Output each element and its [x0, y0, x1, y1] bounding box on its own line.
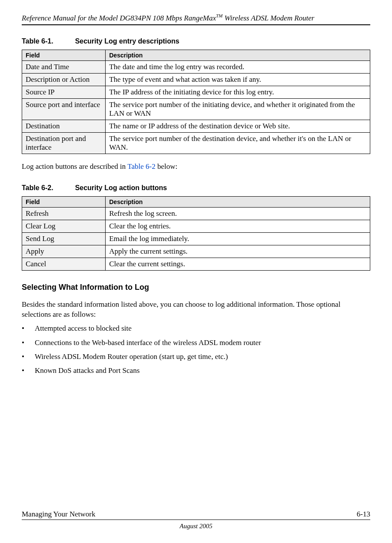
col-field: Field — [22, 196, 106, 207]
cell-field: Clear Log — [22, 220, 106, 232]
table-row: Clear LogClear the log entries. — [22, 220, 370, 232]
list-item: Connections to the Web-based interface o… — [22, 338, 370, 348]
cell-desc: The service port number of the initiatin… — [106, 98, 370, 120]
cell-field: Refresh — [22, 207, 106, 220]
cell-desc: Apply the current settings. — [106, 245, 370, 258]
table-6-1: Field Description Date and TimeThe date … — [22, 50, 370, 154]
table-row: Send LogEmail the log immediately. — [22, 232, 370, 245]
cell-desc: The service port number of the destinati… — [106, 132, 370, 154]
table-header-row: Field Description — [22, 50, 370, 60]
list-item: Wireless ADSL Modem Router operation (st… — [22, 352, 370, 362]
cell-field: Apply — [22, 245, 106, 258]
list-item: Known DoS attacks and Port Scans — [22, 366, 370, 375]
cell-field: Destination — [22, 120, 106, 132]
header-title-pre: Reference Manual for the Model DG834PN 1… — [22, 14, 216, 22]
table-6-2: Field Description RefreshRefresh the log… — [22, 196, 370, 271]
cell-desc: Email the log immediately. — [106, 232, 370, 245]
footer-section: Managing Your Network — [22, 510, 96, 519]
header-title-post: Wireless ADSL Modem Router — [223, 14, 314, 22]
col-description: Description — [106, 196, 370, 207]
cell-desc: Clear the current settings. — [106, 258, 370, 270]
cell-field: Description or Action — [22, 73, 106, 86]
table-header-row: Field Description — [22, 196, 370, 207]
table-6-2-caption: Table 6-2.Security Log action buttons — [22, 184, 370, 192]
cell-field: Cancel — [22, 258, 106, 270]
para1-post: below: — [156, 162, 178, 171]
header-tm: TM — [216, 13, 223, 18]
table-6-2-number: Table 6-2. — [22, 184, 53, 191]
page-footer: Managing Your Network 6-13 August 2005 — [22, 510, 370, 530]
cell-field: Source port and interface — [22, 98, 106, 120]
optional-log-list: Attempted access to blocked site Connect… — [22, 324, 370, 375]
table-row: Date and TimeThe date and time the log e… — [22, 60, 370, 73]
table-row: Description or ActionThe type of event a… — [22, 73, 370, 86]
cell-desc: The name or IP address of the destinatio… — [106, 120, 370, 132]
table-row: RefreshRefresh the log screen. — [22, 207, 370, 220]
paragraph-log-actions: Log action buttons are described in Tabl… — [22, 162, 370, 172]
heading-selecting-info: Selecting What Information to Log — [22, 283, 370, 292]
cell-field: Send Log — [22, 232, 106, 245]
cell-desc: Clear the log entries. — [106, 220, 370, 232]
table-row: Source port and interfaceThe service por… — [22, 98, 370, 120]
table-row: DestinationThe name or IP address of the… — [22, 120, 370, 132]
cell-desc: The IP address of the initiating device … — [106, 86, 370, 98]
table-row: Source IPThe IP address of the initiatin… — [22, 86, 370, 98]
col-description: Description — [106, 50, 370, 60]
table-6-2-title: Security Log action buttons — [75, 184, 167, 191]
table-row: ApplyApply the current settings. — [22, 245, 370, 258]
footer-date: August 2005 — [22, 523, 370, 530]
table-6-1-number: Table 6-1. — [22, 37, 53, 45]
para1-pre: Log action buttons are described in — [22, 162, 127, 171]
cell-desc: The type of event and what action was ta… — [106, 73, 370, 86]
cell-desc: The date and time the log entry was reco… — [106, 60, 370, 73]
cell-field: Date and Time — [22, 60, 106, 73]
cell-desc: Refresh the log screen. — [106, 207, 370, 220]
list-item: Attempted access to blocked site — [22, 324, 370, 333]
footer-page-number: 6-13 — [357, 510, 370, 519]
col-field: Field — [22, 50, 106, 60]
table-6-1-title: Security Log entry descriptions — [75, 37, 179, 45]
xref-table-6-2[interactable]: Table 6-2 — [127, 162, 155, 171]
section-intro: Besides the standard information listed … — [22, 300, 370, 320]
document-header: Reference Manual for the Model DG834PN 1… — [22, 13, 370, 25]
cell-field: Destination port and interface — [22, 132, 106, 154]
table-row: Destination port and interfaceThe servic… — [22, 132, 370, 154]
cell-field: Source IP — [22, 86, 106, 98]
table-row: CancelClear the current settings. — [22, 258, 370, 270]
table-6-1-caption: Table 6-1.Security Log entry description… — [22, 37, 370, 45]
